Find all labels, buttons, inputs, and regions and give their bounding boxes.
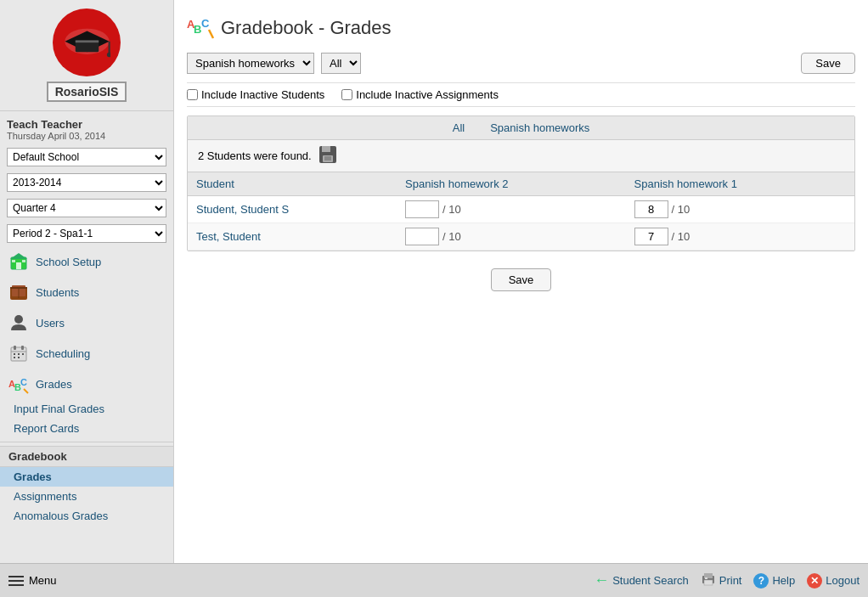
filter1-select[interactable]: Spanish homeworks All xyxy=(187,53,314,74)
print-button[interactable]: Print xyxy=(701,572,742,589)
logo-circle xyxy=(53,8,121,76)
help-button[interactable]: ? Help xyxy=(753,573,795,589)
col-hw1: Spanish homework 1 xyxy=(626,172,854,196)
svg-marker-7 xyxy=(10,253,27,259)
svg-line-28 xyxy=(24,389,28,393)
svg-rect-35 xyxy=(322,146,330,152)
sidebar-item-students[interactable]: Students xyxy=(0,277,173,307)
sidebar-item-users[interactable]: Users xyxy=(0,307,173,338)
svg-rect-10 xyxy=(22,260,25,262)
svg-rect-21 xyxy=(18,353,20,355)
period-select-container: Period 2 - Spa1-1 xyxy=(0,221,173,246)
svg-text:B: B xyxy=(194,23,201,36)
menu-label: Menu xyxy=(29,574,57,587)
quarter-select-container: Quarter 4 xyxy=(0,195,173,221)
main-content: A B C Gradebook - Grades Spanish homewor… xyxy=(174,0,868,563)
grades-table: Student Spanish homework 2 Spanish homew… xyxy=(188,172,854,251)
logout-icon: ✕ xyxy=(807,573,822,589)
sidebar-item-grades[interactable]: A B C Grades xyxy=(0,369,173,399)
svg-rect-23 xyxy=(14,357,15,358)
student-search-icon: ← xyxy=(594,572,609,589)
logout-button[interactable]: ✕ Logout xyxy=(807,573,860,589)
found-text: 2 Students were found. xyxy=(198,149,312,162)
sidebar-sub-report-cards[interactable]: Report Cards xyxy=(0,419,173,438)
grades-table-container: All Spanish homeworks 2 Students were fo… xyxy=(187,115,855,251)
toolbar: Spanish homeworks All All Save xyxy=(187,53,855,74)
svg-rect-41 xyxy=(705,577,707,579)
graduation-cap-icon xyxy=(64,24,110,62)
grades-header-bar: All Spanish homeworks xyxy=(188,116,854,140)
user-date: Thursday April 03, 2014 xyxy=(7,131,166,141)
filter2-select[interactable]: All xyxy=(321,53,361,74)
svg-rect-22 xyxy=(22,353,24,355)
toolbar-save-button[interactable]: Save xyxy=(801,53,855,74)
menu-button[interactable]: Menu xyxy=(8,574,57,587)
student-search-label: Student Search xyxy=(612,574,689,587)
hw1-input-0[interactable] xyxy=(634,200,668,218)
print-label: Print xyxy=(719,574,742,587)
sidebar: RosarioSIS Teach Teacher Thursday April … xyxy=(0,0,174,563)
quarter-select[interactable]: Quarter 4 xyxy=(7,199,166,217)
hw2-input-0[interactable] xyxy=(405,200,439,218)
period-select[interactable]: Period 2 - Spa1-1 xyxy=(7,224,166,243)
svg-rect-20 xyxy=(14,353,15,355)
student-link-1[interactable]: Test, Student xyxy=(196,230,261,243)
table-row: Test, Student / 10 / 10 xyxy=(188,223,854,251)
student-search-button[interactable]: ← Student Search xyxy=(594,572,689,589)
sidebar-sub-input-final-grades[interactable]: Input Final Grades xyxy=(0,399,173,419)
app-name: RosarioSIS xyxy=(47,82,127,102)
help-label: Help xyxy=(772,574,795,587)
hw1-input-1[interactable] xyxy=(634,228,668,245)
gradebook-section-header: Gradebook xyxy=(0,446,173,467)
users-icon xyxy=(8,313,29,333)
student-link-0[interactable]: Student, Student S xyxy=(196,203,289,216)
svg-rect-9 xyxy=(12,260,15,262)
print-icon xyxy=(701,572,716,589)
grades-icon: A B C xyxy=(8,374,29,394)
svg-text:C: C xyxy=(20,377,27,387)
school-select-container: Default School xyxy=(0,144,173,170)
year-select-container: 2013-2014 xyxy=(0,170,173,195)
school-select[interactable]: Default School xyxy=(7,148,166,166)
col-hw2: Spanish homework 2 xyxy=(397,172,625,196)
col-student: Student xyxy=(188,172,397,196)
year-select[interactable]: 2013-2014 xyxy=(7,173,166,192)
help-icon: ? xyxy=(753,573,769,589)
sidebar-item-label-school-setup: School Setup xyxy=(36,256,101,268)
students-icon xyxy=(8,282,29,302)
found-bar: 2 Students were found. xyxy=(188,140,854,172)
save-disk-button[interactable] xyxy=(318,145,337,166)
logout-label: Logout xyxy=(826,574,860,587)
school-setup-icon xyxy=(8,251,29,272)
sidebar-item-school-setup[interactable]: School Setup xyxy=(0,246,173,277)
inactive-assignments-label[interactable]: Include Inactive Assignments xyxy=(341,88,499,101)
checkboxes-row: Include Inactive Students Include Inacti… xyxy=(187,82,855,107)
sidebar-gradebook-assignments[interactable]: Assignments xyxy=(0,487,173,506)
sidebar-gradebook-anomalous[interactable]: Anomalous Grades xyxy=(0,506,173,526)
sidebar-gradebook-grades-label: Grades xyxy=(14,470,52,483)
sidebar-gradebook-anomalous-label: Anomalous Grades xyxy=(14,510,108,522)
page-title-area: A B C Gradebook - Grades xyxy=(187,13,855,42)
hw2-input-1[interactable] xyxy=(405,228,439,245)
tab-spanish-homeworks[interactable]: Spanish homeworks xyxy=(490,121,589,134)
svg-rect-18 xyxy=(21,346,24,350)
svg-rect-5 xyxy=(75,40,99,42)
svg-rect-40 xyxy=(704,580,713,585)
svg-rect-8 xyxy=(16,262,21,269)
inactive-students-checkbox[interactable] xyxy=(187,89,198,100)
gradebook-icon: A B C xyxy=(187,13,214,42)
scheduling-icon xyxy=(8,343,29,363)
save-bottom-button[interactable]: Save xyxy=(491,268,552,291)
sidebar-gradebook-grades[interactable]: Grades xyxy=(0,467,173,487)
svg-point-4 xyxy=(106,52,110,57)
inactive-students-label[interactable]: Include Inactive Students xyxy=(187,88,324,101)
logo-area: RosarioSIS xyxy=(0,0,173,111)
user-name: Teach Teacher xyxy=(7,118,166,131)
tab-all[interactable]: All xyxy=(453,121,465,134)
svg-point-15 xyxy=(14,315,23,324)
hamburger-icon xyxy=(8,576,24,586)
sidebar-item-scheduling[interactable]: Scheduling xyxy=(0,338,173,369)
sidebar-sub-label-report-cards: Report Cards xyxy=(14,422,79,435)
inactive-assignments-checkbox[interactable] xyxy=(341,89,352,100)
disk-icon xyxy=(318,145,337,164)
